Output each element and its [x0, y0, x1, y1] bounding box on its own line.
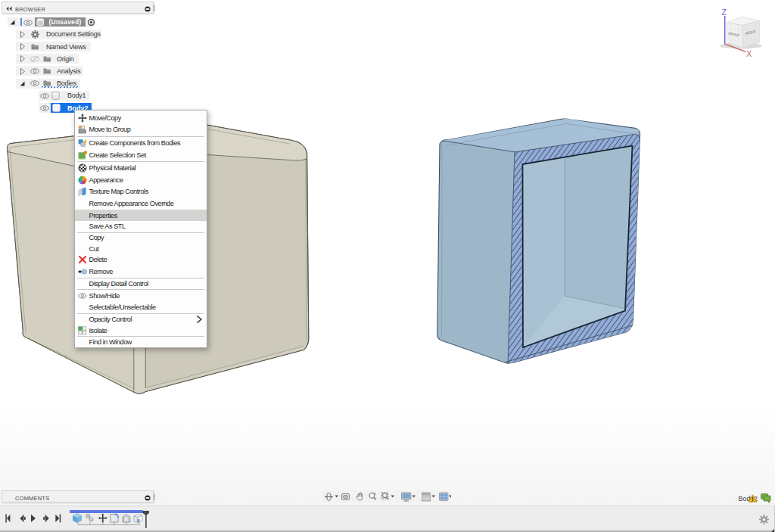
- svg-text:X: X: [746, 49, 752, 58]
- svg-text:Z: Z: [722, 8, 727, 17]
